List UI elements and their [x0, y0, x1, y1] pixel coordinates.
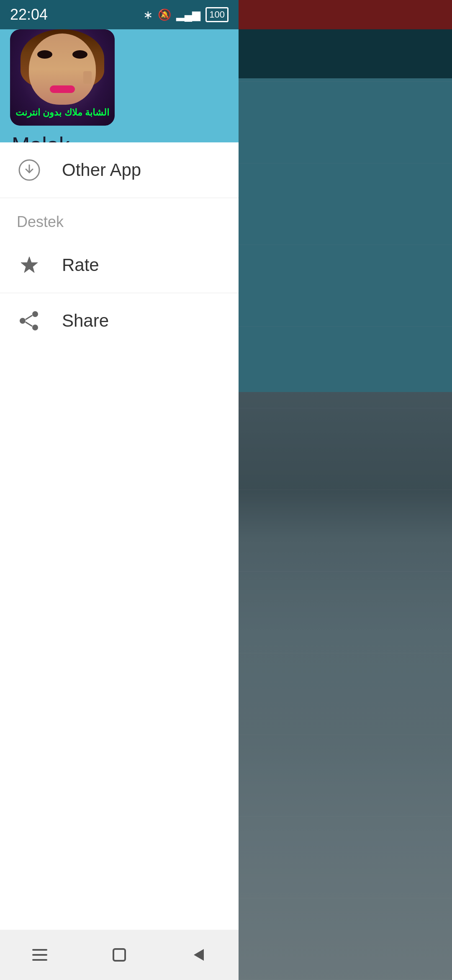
other-app-label: Other App — [62, 160, 141, 180]
status-bar-right — [239, 0, 452, 29]
navigation-bar — [0, 930, 239, 980]
status-bar: 22:04 ∗ 🔕 ▂▄▆ 100 — [0, 0, 239, 29]
download-icon — [17, 157, 42, 183]
svg-marker-2 — [21, 257, 38, 273]
menu-item-other-app[interactable]: Other App — [0, 142, 239, 198]
section-header-destek: Destek — [0, 198, 239, 237]
status-icons: ∗ 🔕 ▂▄▆ 100 — [143, 7, 229, 22]
svg-point-5 — [32, 325, 38, 330]
menu-item-share[interactable]: Share — [0, 293, 239, 348]
app-icon-image: الشابة ملاك بدون انترنت — [10, 29, 115, 126]
signal-icon: ▂▄▆ — [176, 8, 200, 21]
mute-icon: 🔕 — [158, 8, 171, 21]
svg-rect-11 — [113, 949, 125, 961]
share-icon — [17, 308, 42, 333]
drawer-panel: الشابة ملاك بدون انترنت Malak Other App … — [0, 0, 239, 980]
menu-item-rate[interactable]: Rate — [0, 237, 239, 293]
bluetooth-icon: ∗ — [143, 8, 153, 22]
share-label: Share — [62, 311, 109, 331]
drawer-body: Other App Destek Rate — [0, 142, 239, 980]
battery-icon: 100 — [205, 7, 229, 22]
svg-marker-12 — [194, 949, 204, 961]
section-label-destek: Destek — [17, 213, 64, 230]
svg-line-6 — [26, 315, 32, 320]
star-icon — [17, 253, 42, 278]
nav-back-button[interactable] — [182, 938, 216, 972]
svg-point-4 — [20, 318, 26, 324]
drawer-scrim[interactable] — [239, 0, 452, 980]
rate-label: Rate — [62, 255, 99, 275]
app-icon: الشابة ملاك بدون انترنت — [10, 29, 115, 126]
svg-point-3 — [32, 311, 38, 317]
status-time: 22:04 — [10, 6, 48, 23]
app-arabic-title: الشابة ملاك بدون انترنت — [10, 107, 115, 118]
portrait-face — [29, 34, 96, 105]
svg-line-7 — [26, 322, 32, 326]
nav-menu-button[interactable] — [23, 938, 56, 972]
nav-home-button[interactable] — [103, 938, 136, 972]
